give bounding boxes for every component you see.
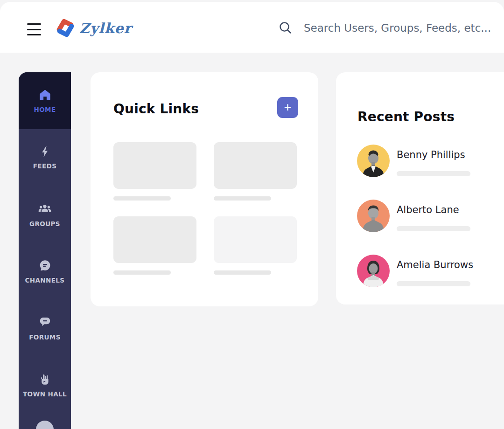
global-search (278, 21, 496, 35)
sidebar-item-label: FORUMS (29, 333, 61, 341)
recent-post-row[interactable]: Benny Phillips (357, 145, 499, 177)
quick-link-placeholder-tile[interactable] (113, 142, 196, 189)
top-header: Zylker (0, 2, 504, 53)
avatar (357, 255, 390, 287)
quick-links-card: Quick Links + (91, 72, 318, 306)
sidebar-item-channels[interactable]: CHANNELS (19, 243, 71, 300)
sidebar-item-label: FEEDS (33, 162, 57, 170)
quick-link-placeholder-label (113, 196, 171, 201)
user-photo-benny (357, 145, 390, 177)
post-placeholder-line (397, 171, 470, 176)
post-placeholder-line (397, 281, 470, 286)
channels-icon (38, 259, 52, 272)
app-logo[interactable]: Zylker (56, 18, 132, 38)
town-hall-icon (38, 373, 51, 386)
sidebar-item-label: GROUPS (29, 220, 60, 228)
hamburger-menu-icon[interactable] (27, 23, 41, 35)
sidebar-item-groups[interactable]: GROUPS (19, 186, 71, 243)
avatar (357, 145, 390, 177)
search-icon (278, 21, 293, 35)
recent-post-row[interactable]: Amelia Burrows (357, 255, 499, 287)
search-input[interactable] (303, 21, 496, 35)
user-photo-alberto (357, 200, 390, 232)
sidebar-item-home[interactable]: HOME (19, 72, 71, 129)
user-name: Benny Phillips (397, 149, 470, 160)
recent-posts-card: Recent Posts Benny Phillips (336, 72, 504, 304)
groups-icon (38, 202, 52, 216)
quick-link-placeholder-label (113, 270, 171, 275)
sidebar-nav: HOME FEEDS GROUPS CHANNELS FORUM (19, 72, 71, 429)
sidebar-next-item-peek-icon (36, 421, 54, 429)
user-name: Alberto Lane (397, 204, 470, 215)
quick-link-placeholder-tile[interactable] (214, 216, 297, 263)
sidebar-item-label: TOWN HALL (23, 390, 67, 398)
sidebar-item-feeds[interactable]: FEEDS (19, 129, 71, 186)
forums-icon (38, 316, 52, 329)
sidebar-item-label: HOME (34, 106, 56, 113)
sidebar-item-town-hall[interactable]: TOWN HALL (19, 357, 71, 414)
quick-links-grid (113, 142, 297, 275)
sidebar-item-label: CHANNELS (25, 277, 65, 284)
post-placeholder-line (397, 226, 470, 231)
user-name: Amelia Burrows (397, 259, 473, 270)
quick-link-placeholder-label (214, 196, 271, 201)
recent-posts-list: Benny Phillips Alberto Lane (357, 145, 499, 310)
recent-posts-title: Recent Posts (336, 83, 504, 125)
logo-text: Zylker (79, 20, 132, 36)
quick-link-placeholder-tile[interactable] (113, 216, 196, 263)
feeds-icon (39, 145, 51, 158)
quick-link-placeholder-tile[interactable] (214, 142, 297, 189)
add-quick-link-button[interactable]: + (277, 97, 298, 118)
recent-post-row[interactable]: Alberto Lane (357, 200, 499, 232)
quick-link-placeholder-label (214, 270, 271, 275)
quick-links-title: Quick Links (113, 101, 199, 117)
home-icon (38, 88, 52, 102)
avatar (357, 200, 390, 232)
user-photo-amelia (357, 255, 390, 287)
zylker-logo-icon (56, 18, 75, 38)
sidebar-item-forums[interactable]: FORUMS (19, 300, 71, 357)
